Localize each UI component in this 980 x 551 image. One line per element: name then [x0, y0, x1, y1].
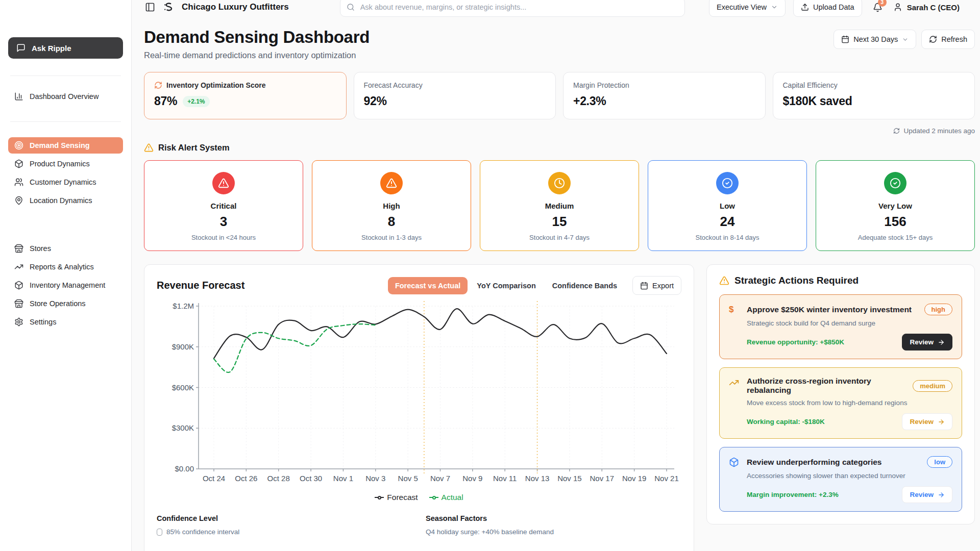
sidebar-item-label: Inventory Management — [30, 281, 105, 289]
trending-up-icon — [729, 378, 739, 388]
kpi-label: Margin Protection — [573, 81, 629, 89]
kpi-card-forecast-accuracy[interactable]: Forecast Accuracy 92% — [354, 72, 556, 119]
action-card-winter-investment[interactable]: $ Approve $250K winter inventory investm… — [719, 294, 962, 359]
search-input[interactable] — [340, 0, 685, 17]
ripple-logo — [163, 2, 174, 13]
sidebar-secondary-nav: Stores Reports & Analytics Inventory Man… — [8, 240, 123, 330]
risk-caption: Stockout in 8-14 days — [653, 234, 801, 241]
risk-level: High — [317, 202, 465, 210]
sidebar-item-product-dynamics[interactable]: Product Dynamics — [8, 156, 123, 172]
upload-data-label: Upload Data — [813, 3, 854, 11]
risk-section-header: Risk Alert System — [144, 143, 975, 153]
sidebar: Ask Ripple Dashboard Overview Demand Sen… — [0, 0, 132, 551]
confidence-band-icon — [157, 529, 162, 536]
svg-text:Oct 30: Oct 30 — [300, 474, 322, 483]
confidence-level-note: Confidence Level 85% confidence interval — [157, 514, 426, 536]
sidebar-primary-nav: Demand Sensing Product Dynamics Customer… — [8, 137, 123, 209]
tab-forecast-vs-actual[interactable]: Forecast vs Actual — [388, 277, 468, 294]
sidebar-item-settings[interactable]: Settings — [8, 314, 123, 330]
action-title: Approve $250K winter inventory investmen… — [747, 305, 912, 314]
target-icon — [14, 141, 23, 150]
risk-caption: Stockout in 4-7 days — [485, 234, 633, 241]
svg-text:$300K: $300K — [172, 423, 194, 432]
user-name: Sarah C (CEO) — [907, 3, 960, 12]
risk-count: 8 — [317, 214, 465, 230]
kpi-card-inventory-optimization[interactable]: Inventory Optimization Score 87% +2.1% — [144, 72, 347, 119]
export-button[interactable]: Export — [632, 276, 681, 295]
chevron-down-icon — [902, 36, 909, 43]
date-range-dropdown[interactable]: Next 30 Days — [834, 30, 916, 49]
sidebar-item-inventory-management[interactable]: Inventory Management — [8, 277, 123, 293]
sidebar-item-demand-sensing[interactable]: Demand Sensing — [8, 137, 123, 154]
kpi-delta-badge: +2.1% — [183, 96, 209, 107]
chart-title: Revenue Forecast — [157, 280, 244, 291]
sidebar-item-customer-dynamics[interactable]: Customer Dynamics — [8, 174, 123, 190]
svg-text:Nov 15: Nov 15 — [557, 474, 582, 483]
sidebar-toggle-button[interactable] — [144, 1, 156, 13]
legend-item-actual[interactable]: Actual — [429, 493, 463, 502]
sidebar-item-label: Store Operations — [30, 299, 86, 308]
svg-text:Nov 7: Nov 7 — [430, 474, 450, 483]
risk-level: Critical — [150, 202, 298, 210]
kpi-card-capital-efficiency[interactable]: Capital Efficiency $180K saved — [773, 72, 975, 119]
action-card-rebalancing[interactable]: Authorize cross-region inventory rebalan… — [719, 367, 962, 439]
global-search — [340, 0, 685, 17]
upload-data-button[interactable]: Upload Data — [793, 0, 862, 17]
sidebar-divider — [10, 76, 121, 76]
sidebar-item-stores[interactable]: Stores — [8, 240, 123, 257]
risk-card-critical[interactable]: Critical 3 Stockout in <24 hours — [144, 160, 303, 251]
notifications-button[interactable]: 3 — [873, 3, 883, 12]
review-button[interactable]: Review — [902, 486, 952, 503]
risk-level: Medium — [485, 202, 633, 210]
tab-confidence-bands[interactable]: Confidence Bands — [545, 277, 624, 294]
upload-icon — [801, 3, 809, 11]
chart-header: Revenue Forecast Forecast vs Actual YoY … — [157, 276, 681, 295]
priority-badge: low — [927, 456, 952, 468]
gear-icon — [14, 317, 23, 327]
user-icon — [893, 3, 902, 12]
sidebar-item-dashboard-overview[interactable]: Dashboard Overview — [8, 88, 123, 105]
view-selector-dropdown[interactable]: Executive View — [709, 0, 786, 17]
sidebar-item-store-operations[interactable]: Store Operations — [8, 295, 123, 312]
trending-up-icon — [14, 262, 23, 271]
sidebar-item-location-dynamics[interactable]: Location Dynamics — [8, 192, 123, 209]
map-pin-icon — [14, 196, 23, 205]
store-icon — [14, 244, 23, 253]
ask-ripple-button[interactable]: Ask Ripple — [8, 37, 123, 59]
refresh-button[interactable]: Refresh — [921, 30, 975, 49]
kpi-value: 92% — [364, 94, 387, 108]
check-circle-icon — [722, 178, 733, 189]
arrow-right-icon — [938, 491, 945, 498]
clock-icon — [554, 178, 565, 189]
legend-item-forecast[interactable]: Forecast — [375, 493, 418, 502]
tab-yoy-comparison[interactable]: YoY Comparison — [470, 277, 543, 294]
refresh-icon — [154, 81, 162, 89]
risk-icon-circle — [716, 172, 739, 194]
risk-caption: Stockout in 1-3 days — [317, 234, 465, 241]
user-menu[interactable]: Sarah C (CEO) — [893, 3, 960, 12]
page-header: Demand Sensing Dashboard Real-time deman… — [144, 28, 975, 60]
risk-card-low[interactable]: Low 24 Stockout in 8-14 days — [648, 160, 807, 251]
brand: Chicago Luxury Outfitters — [144, 1, 289, 13]
notification-badge: 3 — [878, 0, 887, 7]
review-button[interactable]: Review — [902, 334, 952, 350]
review-button[interactable]: Review — [902, 413, 952, 430]
risk-card-high[interactable]: High 8 Stockout in 1-3 days — [312, 160, 471, 251]
sidebar-item-reports-analytics[interactable]: Reports & Analytics — [8, 259, 123, 275]
package-icon — [14, 281, 23, 290]
priority-badge: medium — [913, 380, 952, 392]
store-icon — [14, 299, 23, 308]
risk-card-very-low[interactable]: Very Low 156 Adequate stock 15+ days — [816, 160, 975, 251]
alert-triangle-icon — [144, 143, 154, 153]
svg-text:$0.00: $0.00 — [175, 464, 194, 473]
action-metric: Revenue opportunity: +$850K — [747, 338, 844, 346]
svg-text:Nov 5: Nov 5 — [398, 474, 418, 483]
action-card-underperforming-categories[interactable]: Review underperforming categories low Ac… — [719, 447, 962, 512]
risk-count: 24 — [653, 214, 801, 230]
svg-text:Nov 17: Nov 17 — [590, 474, 615, 483]
kpi-card-margin-protection[interactable]: Margin Protection +2.3% — [563, 72, 766, 119]
search-icon — [347, 3, 355, 11]
users-icon — [14, 178, 23, 187]
risk-card-medium[interactable]: Medium 15 Stockout in 4-7 days — [480, 160, 639, 251]
risk-section-title: Risk Alert System — [158, 143, 230, 153]
